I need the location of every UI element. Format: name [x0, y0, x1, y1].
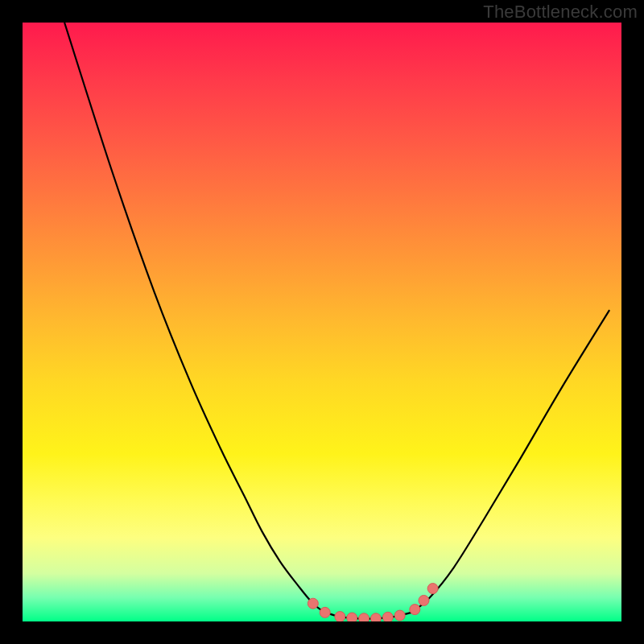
data-marker — [335, 612, 345, 621]
data-marker — [382, 612, 393, 621]
curve-svg — [23, 23, 621, 621]
data-marker — [410, 605, 420, 615]
data-marker — [347, 613, 357, 621]
data-marker — [359, 613, 369, 621]
data-marker — [370, 613, 381, 621]
marker-group — [308, 584, 438, 621]
curve-left — [64, 23, 325, 613]
data-marker — [320, 607, 330, 617]
curve-right — [412, 310, 610, 613]
watermark-text: TheBottleneck.com — [483, 2, 638, 23]
plot-area — [23, 23, 621, 621]
chart-frame: TheBottleneck.com — [0, 0, 644, 644]
data-marker — [419, 595, 429, 605]
data-marker — [427, 584, 438, 594]
data-marker — [308, 598, 318, 609]
data-marker — [394, 610, 405, 621]
